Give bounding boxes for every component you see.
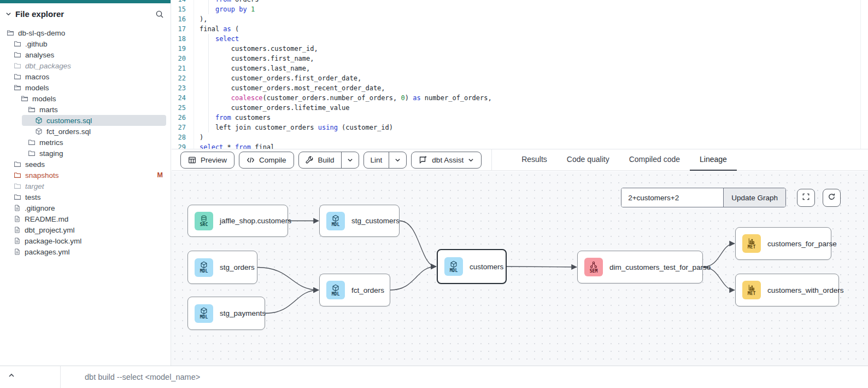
dbt-command-input[interactable]: [85, 369, 467, 385]
lint-label: Lint: [371, 156, 383, 164]
file-tree-label: analyses: [25, 51, 54, 59]
build-button-group: Build: [298, 152, 359, 169]
code-line-17: 17final as (: [172, 24, 868, 34]
file-tree-item-snapshots[interactable]: snapshotsM: [0, 170, 171, 181]
node-label: customers_with_orders: [767, 286, 844, 294]
lineage-node-stg_customers[interactable]: MDLstg_customers: [319, 205, 400, 237]
code-line-20: 20 customers.first_name,: [172, 54, 868, 63]
folder-icon: [14, 182, 21, 190]
file-tree-item-tests[interactable]: tests: [0, 192, 171, 202]
code-line-22: 22 customer_orders.first_order_date,: [172, 73, 868, 83]
result-tabs: ResultsCode qualityCompiled codeLineage: [512, 149, 737, 171]
file-tree-label: tests: [25, 193, 41, 201]
code-line-27: 27 left join customer_orders using (cust…: [172, 123, 868, 132]
preview-button[interactable]: Preview: [180, 152, 234, 169]
file-tree-label: customers.sql: [46, 117, 92, 125]
tab-results[interactable]: Results: [512, 149, 557, 171]
lineage-node-customers_with_orders[interactable]: METcustomers_with_orders: [735, 274, 839, 306]
file-tree-item-db-sl-qs-demo[interactable]: db-sl-qs-demo: [0, 27, 171, 38]
file-tree-item-.gitignore[interactable]: .gitignore: [0, 202, 171, 213]
folder-icon: [14, 51, 21, 59]
lineage-edge: [257, 268, 319, 291]
file-tree-label: target: [25, 182, 44, 190]
line-number: 16: [172, 14, 193, 24]
lineage-node-customers_for_parse[interactable]: METcustomers_for_parse: [735, 227, 831, 260]
code-editor[interactable]: 14 from orders15 group by 116),17final a…: [172, 0, 868, 149]
file-explorer-title: File explorer: [15, 9, 151, 19]
model-cube-icon: MDL: [326, 212, 345, 230]
file-tree-item-fct-orders.sql[interactable]: fct_orders.sql: [0, 126, 171, 137]
update-graph-button[interactable]: Update Graph: [723, 188, 785, 207]
code-line-25: 25 customer_orders.lifetime_value: [172, 103, 868, 113]
line-number: 14: [172, 0, 193, 4]
file-tree-label: packages.yml: [25, 248, 70, 256]
file-tree-item-target[interactable]: target: [0, 181, 171, 192]
refresh-icon: [828, 193, 836, 203]
lint-dropdown-button[interactable]: [389, 152, 406, 168]
file-tree-item-packages.yml[interactable]: packages.yml: [0, 246, 171, 257]
line-number: 15: [172, 4, 193, 14]
file-tree-item-staging[interactable]: staging: [0, 148, 171, 159]
file-tree-label: marts: [39, 106, 58, 114]
folder-icon: [14, 171, 21, 179]
file-tree-item-marts[interactable]: marts: [0, 104, 171, 115]
build-button[interactable]: Build: [299, 152, 341, 168]
lineage-selector-input[interactable]: [621, 188, 723, 207]
lineage-node-fct_orders[interactable]: MDLfct_orders: [319, 274, 390, 306]
file-tree-label: models: [32, 95, 56, 103]
file-tree-item-dbt-packages[interactable]: dbt_packages: [0, 60, 171, 71]
folder-open-icon: [7, 29, 14, 37]
lineage-node-stg_payments[interactable]: MDLstg_payments: [187, 297, 265, 330]
chevron-up-icon[interactable]: [8, 372, 15, 381]
lineage-canvas[interactable]: SRCjaffle_shop.customersMDLstg_customers…: [171, 171, 868, 366]
file-tree-label: fct_orders.sql: [46, 128, 91, 136]
model-cube-icon: MDL: [195, 258, 213, 277]
file-tree-item-models[interactable]: models: [0, 82, 171, 93]
line-number: 19: [172, 44, 193, 54]
line-number: 22: [172, 73, 193, 83]
file-tree-item-readme.md[interactable]: README.md: [0, 213, 171, 224]
file-tree-item-metrics[interactable]: metrics: [0, 137, 171, 148]
tab-compiled-code[interactable]: Compiled code: [619, 149, 690, 171]
lineage-node-customers[interactable]: MDLcustomers: [437, 249, 507, 284]
folder-open-icon: [14, 84, 21, 91]
folder-icon: [14, 160, 21, 168]
file-tree-item-models[interactable]: models: [0, 93, 171, 104]
command-bar: ✓ Defer to staging/production Ready: [0, 366, 868, 388]
file-tree-label: metrics: [39, 138, 63, 147]
tab-code-quality[interactable]: Code quality: [557, 149, 619, 171]
lineage-node-dim_customers_test_for_parse[interactable]: SEMdim_customers_test_for_parse: [577, 251, 703, 283]
file-icon: [14, 248, 21, 256]
node-label: fct_orders: [351, 286, 384, 294]
folder-icon: [14, 193, 21, 201]
lineage-edge: [265, 290, 319, 314]
file-tree-item-macros[interactable]: macros: [0, 71, 171, 82]
file-tree-item-customers.sql[interactable]: customers.sql: [22, 115, 166, 126]
tab-lineage[interactable]: Lineage: [690, 149, 737, 171]
file-tree-item-dbt-project.yml[interactable]: dbt_project.yml: [0, 224, 171, 235]
file-tree-item-.github[interactable]: .github: [0, 38, 171, 49]
lint-button[interactable]: Lint: [364, 152, 389, 168]
file-tree-item-package-lock.yml[interactable]: package-lock.yml: [0, 235, 171, 246]
lint-button-group: Lint: [363, 152, 407, 169]
folder-icon: [14, 40, 21, 48]
file-tree-label: seeds: [25, 160, 45, 169]
file-explorer-header: File explorer: [0, 3, 171, 23]
chevron-down-icon: [395, 157, 401, 163]
file-tree-item-seeds[interactable]: seeds: [0, 159, 171, 170]
node-label: stg_payments: [220, 309, 266, 317]
search-icon[interactable]: [155, 10, 164, 19]
lineage-node-jaffle_shop-customers[interactable]: SRCjaffle_shop.customers: [187, 205, 288, 237]
compile-label: Compile: [259, 156, 286, 164]
compile-button[interactable]: Compile: [239, 152, 294, 169]
source-database-icon: SRC: [195, 212, 213, 230]
code-line-15: 15 group by 1: [172, 4, 868, 14]
chevron-down-icon[interactable]: [5, 11, 11, 17]
refresh-button[interactable]: [823, 189, 841, 207]
dbt-assist-button[interactable]: dbt Assist: [411, 152, 482, 169]
lineage-node-stg_orders[interactable]: MDLstg_orders: [187, 251, 257, 284]
file-tree-item-analyses[interactable]: analyses: [0, 49, 171, 60]
fullscreen-button[interactable]: [797, 189, 815, 207]
editor-scrollbar[interactable]: [860, 0, 868, 149]
build-dropdown-button[interactable]: [341, 152, 359, 168]
